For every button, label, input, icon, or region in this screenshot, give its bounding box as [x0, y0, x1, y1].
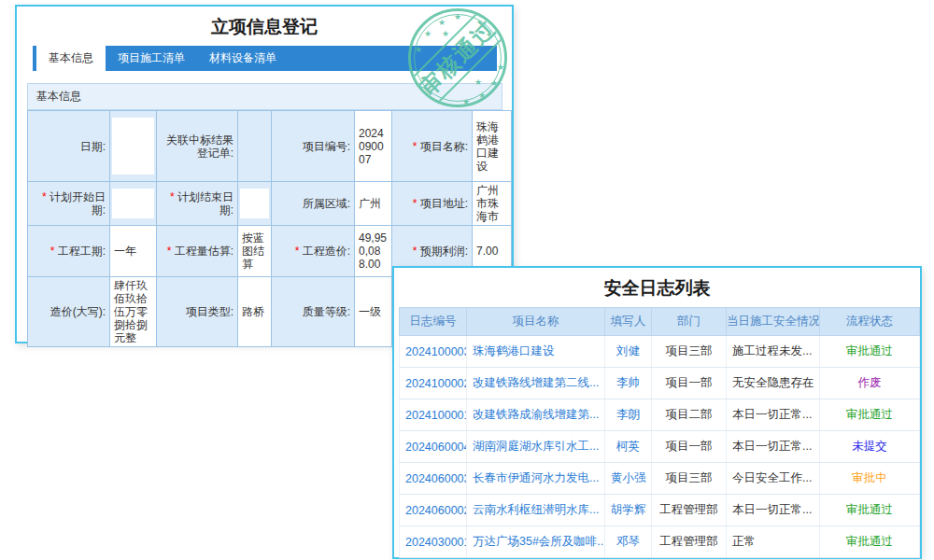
- table-row: 2024100003珠海鹤港口建设刘健项目三部施工过程未发...审批通过: [400, 336, 920, 368]
- dept-cell: 工程管理部: [652, 526, 727, 558]
- log-id-link[interactable]: 2024100002: [400, 368, 467, 399]
- filler-link[interactable]: 邓琴: [605, 526, 652, 558]
- required-marker: *: [170, 190, 177, 203]
- filler-link[interactable]: 刘健: [605, 336, 652, 368]
- project-name-link[interactable]: 长春市伊通河水力发电...: [467, 463, 605, 495]
- form-label: 项目类型:: [157, 277, 238, 347]
- project-type-value: 路桥: [238, 277, 272, 347]
- filler-link[interactable]: 胡学辉: [605, 495, 652, 526]
- form-section-title: 基本信息: [27, 83, 502, 110]
- table-row: 2024060002云南水利枢纽潜明水库...胡学辉工程管理部本日一切正常...…: [400, 495, 920, 526]
- safety-log-table: 日志编号项目名称填写人部门当日施工安全情况流程状态 2024100003珠海鹤港…: [399, 307, 920, 558]
- tab-1[interactable]: 项目施工清单: [106, 46, 197, 71]
- quality-grade-value: 一级: [355, 277, 392, 347]
- table-row: 2024060004湖南洞庭湖水库引水工...柯英项目一部本日一切正常...未提…: [400, 431, 920, 463]
- cost-value: 49,950,088.00: [355, 226, 392, 277]
- form-label: 质量等级:: [272, 277, 355, 347]
- project-name-link[interactable]: 改建铁路线增建第二线...: [467, 368, 605, 399]
- log-id-link[interactable]: 2024100001: [400, 399, 467, 431]
- form-label: * 工程工期:: [28, 226, 110, 277]
- project-code-value: 2024090007: [355, 111, 392, 182]
- log-id-link[interactable]: 2024030001: [400, 526, 467, 558]
- project-address-value: 广州市珠海市: [473, 182, 512, 226]
- form-label: * 工程量估算:: [157, 226, 238, 277]
- form-label: 项目编号:: [272, 111, 355, 182]
- project-panel-title: 立项信息登记: [17, 7, 512, 44]
- plan-start-date-input: [110, 182, 157, 226]
- safety-note-cell: 今日安全工作...: [727, 463, 820, 495]
- form-label: 所属区域:: [272, 182, 355, 226]
- table-row: 2024100002改建铁路线增建第二线...李帅项目一部无安全隐患存在作废: [400, 368, 920, 399]
- filler-link[interactable]: 黄小强: [605, 463, 652, 495]
- project-name-link[interactable]: 万达广场35#会所及咖啡...: [467, 526, 605, 558]
- date-input: [110, 111, 157, 182]
- status-badge: 未提交: [820, 431, 920, 463]
- log-id-link[interactable]: 2024060003: [400, 463, 467, 495]
- dept-cell: 项目三部: [652, 336, 727, 368]
- table-row: 2024100001改建铁路成渝线增建第...李朗项目二部本日一切正常...审批…: [400, 399, 920, 431]
- tab-0[interactable]: 基本信息: [36, 46, 106, 71]
- safety-note-cell: 正常: [727, 526, 820, 558]
- filler-link[interactable]: 李帅: [605, 368, 652, 399]
- dept-cell: 项目三部: [652, 463, 727, 495]
- status-badge: 审批通过: [820, 399, 920, 431]
- form-label: 关联中标结果登记单:: [157, 111, 238, 182]
- form-label: * 项目地址:: [392, 182, 473, 226]
- column-header-4: 当日施工安全情况: [727, 308, 820, 336]
- table-row: 2024030001万达广场35#会所及咖啡...邓琴工程管理部正常审批通过: [400, 526, 920, 558]
- form-row: * 计划开始日期:* 计划结束日期:所属区域:广州* 项目地址:广州市珠海市: [28, 182, 512, 226]
- required-marker: *: [167, 245, 175, 258]
- project-name-link[interactable]: 珠海鹤港口建设: [467, 336, 605, 368]
- region-value: 广州: [355, 182, 392, 226]
- column-header-1: 项目名称: [467, 308, 605, 336]
- safety-header-row: 日志编号项目名称填写人部门当日施工安全情况流程状态: [400, 308, 920, 336]
- form-label: * 工程造价:: [272, 226, 355, 277]
- log-id-link[interactable]: 2024100003: [400, 336, 467, 368]
- form-label: 日期:: [28, 111, 110, 182]
- form-label: * 计划结束日期:: [157, 182, 238, 226]
- log-id-link[interactable]: 2024060002: [400, 495, 467, 526]
- plan-end-date-input: [238, 182, 272, 226]
- status-badge: 审批通过: [820, 336, 920, 368]
- column-header-0: 日志编号: [400, 308, 467, 336]
- plan-start-date-input[interactable]: [112, 189, 154, 218]
- form-label: * 项目名称:: [392, 111, 473, 182]
- form-label: * 计划开始日期:: [28, 182, 110, 226]
- filler-link[interactable]: 李朗: [605, 399, 652, 431]
- column-header-2: 填写人: [605, 308, 652, 336]
- required-marker: *: [50, 245, 58, 258]
- status-badge: 作废: [820, 368, 920, 399]
- safety-panel-title: 安全日志列表: [394, 268, 920, 307]
- log-id-link[interactable]: 2024060004: [400, 431, 467, 463]
- filler-link[interactable]: 柯英: [605, 431, 652, 463]
- status-badge: 审批通过: [820, 526, 920, 558]
- cost-words-value: 肆仟玖佰玖拾伍万零捌拾捌元整: [110, 277, 157, 347]
- project-name-value: 珠海鹤港口建设: [473, 111, 512, 182]
- safety-note-cell: 施工过程未发...: [727, 336, 820, 368]
- column-header-5: 流程状态: [820, 308, 920, 336]
- safety-note-cell: 本日一切正常...: [727, 431, 820, 463]
- project-name-link[interactable]: 改建铁路成渝线增建第...: [467, 399, 605, 431]
- tab-bar: 基本信息项目施工清单材料设备清单: [33, 46, 497, 71]
- plan-end-date-input[interactable]: [240, 189, 269, 218]
- required-marker: *: [413, 245, 420, 258]
- form-label: 造价(大写):: [28, 277, 110, 347]
- project-name-link[interactable]: 湖南洞庭湖水库引水工...: [467, 431, 605, 463]
- form-row: 日期:关联中标结果登记单:项目编号:2024090007* 项目名称:珠海鹤港口…: [28, 111, 512, 182]
- dept-cell: 项目一部: [652, 431, 727, 463]
- form-cell: [238, 111, 272, 182]
- status-badge: 审批通过: [820, 495, 920, 526]
- required-marker: *: [42, 190, 50, 203]
- dept-cell: 项目二部: [652, 399, 727, 431]
- required-marker: *: [413, 197, 420, 210]
- table-row: 2024060003长春市伊通河水力发电...黄小强项目三部今日安全工作...审…: [400, 463, 920, 495]
- safety-note-cell: 无安全隐患存在: [727, 368, 820, 399]
- date-input[interactable]: [112, 118, 154, 175]
- safety-log-panel: 安全日志列表 日志编号项目名称填写人部门当日施工安全情况流程状态 2024100…: [392, 266, 922, 559]
- estimate-value: 按蓝图结算: [238, 226, 272, 277]
- required-marker: *: [413, 140, 420, 153]
- status-badge: 审批中: [820, 463, 920, 495]
- project-name-link[interactable]: 云南水利枢纽潜明水库...: [467, 495, 605, 526]
- tab-2[interactable]: 材料设备清单: [197, 46, 289, 71]
- safety-note-cell: 本日一切正常...: [727, 495, 820, 526]
